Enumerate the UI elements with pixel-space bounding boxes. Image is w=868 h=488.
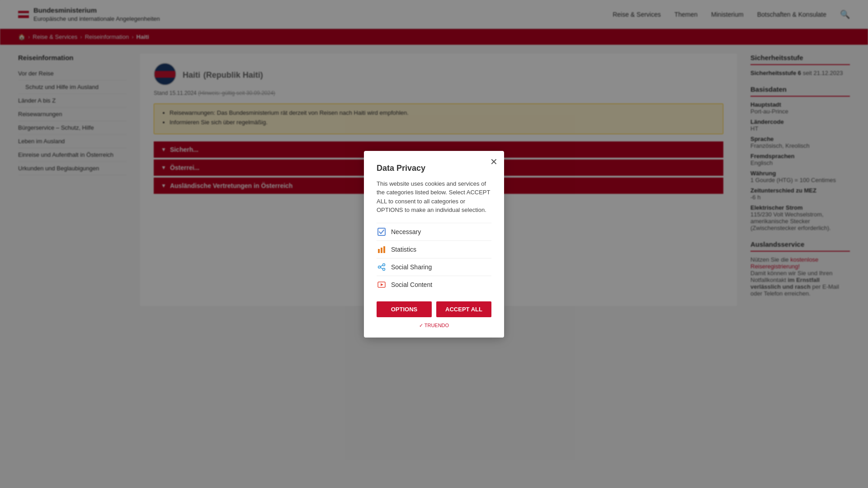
social-content-label: Social Content — [391, 281, 432, 288]
svg-line-7 — [380, 265, 382, 267]
social-content-icon — [377, 280, 387, 290]
modal-buttons: OPTIONS ACCEPT ALL — [377, 301, 491, 315]
category-necessary: Necessary — [377, 223, 491, 240]
svg-rect-1 — [378, 249, 380, 253]
svg-line-8 — [380, 267, 382, 269]
statistics-icon — [377, 244, 387, 254]
category-social-content: Social Content — [377, 276, 491, 293]
modal-description: This website uses cookies and services o… — [377, 179, 491, 215]
social-sharing-icon — [377, 262, 387, 272]
svg-rect-3 — [383, 246, 385, 253]
statistics-label: Statistics — [391, 246, 416, 253]
category-social-sharing: Social Sharing — [377, 258, 491, 276]
data-privacy-modal: ✕ Data Privacy This website uses cookies… — [364, 151, 504, 315]
social-sharing-label: Social Sharing — [391, 263, 432, 271]
svg-point-6 — [383, 268, 385, 270]
necessary-icon — [377, 227, 387, 237]
accept-all-button[interactable]: ACCEPT ALL — [436, 301, 491, 315]
necessary-label: Necessary — [391, 228, 421, 235]
svg-point-5 — [378, 266, 381, 268]
category-statistics: Statistics — [377, 240, 491, 258]
modal-close-button[interactable]: ✕ — [490, 156, 498, 167]
svg-rect-2 — [381, 248, 382, 253]
options-button[interactable]: OPTIONS — [377, 301, 432, 315]
svg-marker-10 — [381, 283, 383, 286]
modal-overlay: ✕ Data Privacy This website uses cookies… — [0, 0, 868, 315]
modal-title: Data Privacy — [377, 164, 491, 173]
svg-point-4 — [383, 263, 385, 266]
